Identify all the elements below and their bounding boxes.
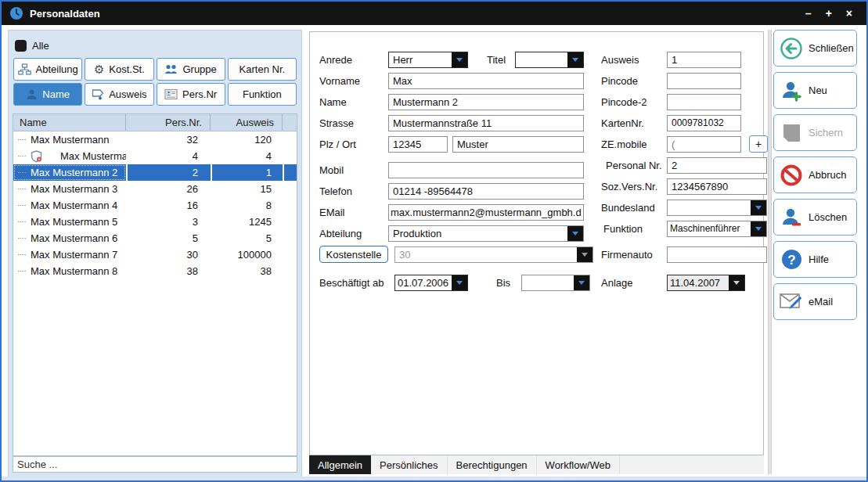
bis-date[interactable] [521, 275, 590, 291]
filter-label: Ausweis [109, 88, 146, 100]
employee-table: Name Pers.Nr. Ausweis Max Mustermann 32 … [13, 113, 297, 456]
filter-button-ausweis[interactable]: Ausweis [85, 83, 153, 106]
row-persnr: 4 [126, 148, 211, 164]
mobil-field[interactable] [388, 162, 584, 178]
personal-nr-field[interactable] [667, 157, 767, 174]
chevron-down-icon[interactable] [577, 247, 592, 262]
table-row[interactable]: Max Mustermann 3 26 15 [13, 181, 297, 197]
table-row[interactable]: Max Mustermann 6 5 5 [13, 230, 297, 246]
filter-button-abteilung[interactable]: Abteilung [13, 58, 82, 81]
telefon-field[interactable] [388, 183, 584, 200]
row-name: Max Mustermann 7 [31, 249, 117, 261]
funktion-label: Funktion [601, 223, 667, 235]
filter-button-name[interactable]: Name [13, 83, 82, 106]
filter-label: Name [42, 88, 70, 100]
row-ausweis: 100000 [211, 246, 283, 263]
ausweis-field[interactable] [667, 52, 741, 68]
sichern-button[interactable]: Sichern [773, 114, 857, 151]
bundesland-select[interactable] [667, 200, 767, 216]
back-arrow-icon [774, 37, 809, 60]
abbruch-button[interactable]: Abbruch [773, 156, 857, 193]
table-row[interactable]: Max Mustermann 32 120 [13, 131, 297, 148]
personal-nr-label: Personal Nr. [601, 160, 667, 171]
table-row[interactable]: Max Mustermann 4 16 8 [13, 197, 297, 214]
name-field[interactable] [388, 94, 584, 110]
plz-field[interactable] [388, 136, 448, 153]
pincode-label: Pincode [601, 75, 667, 87]
column-header-name[interactable]: Name [13, 114, 126, 131]
table-row[interactable]: Max Mustermann 5 3 1245 [13, 214, 297, 230]
row-persnr: 32 [126, 131, 211, 148]
chevron-down-icon[interactable] [452, 275, 467, 290]
tab-persoenliches[interactable]: Persönliches [371, 455, 447, 474]
table-row-selected[interactable]: Max Mustermann 2 2 1 [13, 164, 297, 181]
kostenstelle-button[interactable]: Kostenstelle [319, 246, 388, 263]
tab-berechtigungen[interactable]: Berechtigungen [448, 455, 537, 474]
close-button[interactable]: × [846, 8, 852, 19]
row-name: Max Mustermann 1 [60, 150, 126, 162]
filter-button-koststelle[interactable]: ⚙ Kost.St. [85, 58, 153, 81]
chevron-down-icon[interactable] [567, 226, 583, 241]
row-name: Max Mustermann 4 [31, 200, 117, 211]
column-header-spacer [283, 114, 297, 131]
soz-vers-nr-field[interactable] [667, 178, 767, 195]
app-clock-icon [9, 6, 23, 20]
kartennr-field[interactable] [667, 115, 741, 131]
schliessen-button[interactable]: Schließen [773, 30, 857, 67]
row-name: Max Mustermann 2 [31, 167, 117, 178]
all-checkbox[interactable] [15, 40, 27, 52]
chevron-down-icon[interactable] [452, 52, 467, 67]
titel-select[interactable] [515, 52, 584, 68]
anrede-select[interactable] [388, 52, 468, 68]
help-icon: ? [774, 248, 809, 271]
search-input[interactable] [13, 456, 297, 473]
pincode-field[interactable] [667, 73, 741, 89]
beschaeftigt-ab-date[interactable] [394, 275, 468, 291]
tree-branch [18, 139, 26, 140]
neu-button[interactable]: Neu [773, 72, 857, 109]
row-ausweis: 120 [211, 131, 283, 148]
row-persnr: 2 [126, 164, 211, 181]
email-icon [774, 291, 809, 313]
filter-button-persnr[interactable]: Pers.Nr [157, 83, 225, 106]
filter-button-kartennr[interactable]: Karten Nr. [228, 58, 297, 81]
row-name: Max Mustermann [31, 134, 109, 146]
ort-field[interactable] [452, 136, 584, 153]
chevron-down-icon[interactable] [751, 200, 766, 215]
ze-mobile-label: ZE.mobile [601, 138, 667, 150]
filter-button-gruppe[interactable]: Gruppe [157, 58, 225, 81]
column-header-persnr[interactable]: Pers.Nr. [126, 114, 211, 131]
table-row[interactable]: Max Mustermann 1 4 4 [13, 148, 297, 164]
strasse-field[interactable] [388, 115, 584, 131]
maximize-button[interactable]: + [826, 8, 832, 19]
tab-allgemein[interactable]: Allgemein [309, 455, 371, 474]
abteilung-select[interactable] [388, 225, 584, 242]
minimize-button[interactable]: – [805, 8, 812, 19]
column-header-ausweis[interactable]: Ausweis [211, 114, 283, 131]
pincode2-field[interactable] [667, 94, 741, 110]
anlage-date[interactable] [667, 275, 745, 291]
row-ausweis: 8 [211, 197, 283, 214]
chevron-down-icon[interactable] [574, 275, 589, 290]
vorname-field[interactable] [388, 73, 584, 89]
table-row[interactable]: Max Mustermann 7 30 100000 [13, 246, 297, 263]
chevron-down-icon[interactable] [567, 52, 583, 67]
ze-mobile-add-button[interactable]: + [749, 135, 768, 153]
hilfe-button[interactable]: ? Hilfe [773, 241, 857, 278]
email-button[interactable]: eMail [773, 283, 857, 320]
ze-mobile-field[interactable] [667, 136, 741, 153]
ausweis-label: Ausweis [601, 54, 667, 66]
chevron-down-icon[interactable] [751, 221, 766, 236]
email-field[interactable] [388, 204, 584, 221]
loeschen-button[interactable]: Löschen [773, 199, 857, 236]
funktion-select[interactable] [667, 221, 767, 237]
tab-workflow-web[interactable]: Workflow/Web [537, 455, 620, 474]
title-bar: Personaldaten – + × [2, 2, 866, 25]
kostenstelle-select[interactable] [394, 246, 593, 263]
firmenauto-field[interactable] [667, 246, 767, 263]
chevron-down-icon[interactable] [729, 275, 744, 290]
all-checkbox-row[interactable]: Alle [15, 40, 297, 52]
filter-button-funktion[interactable]: Funktion [228, 83, 297, 106]
panel-splitter[interactable] [768, 30, 772, 474]
table-row[interactable]: Max Mustermann 8 38 38 [13, 263, 297, 279]
